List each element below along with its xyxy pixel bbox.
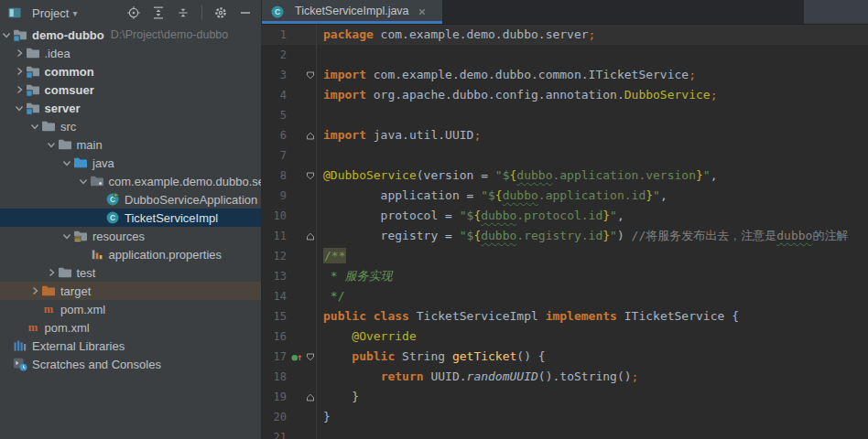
code-line-12[interactable]: 12/** [261, 246, 868, 266]
chevron-right-icon[interactable] [13, 83, 26, 96]
fold-down-icon[interactable] [304, 166, 316, 186]
code-line-10[interactable]: 10 protocol = "${dubbo.protocol.id}", [261, 206, 868, 226]
code-line-20[interactable]: 20} [261, 407, 868, 427]
tree-item-label: target [60, 284, 91, 298]
tree-row-comsuer[interactable]: comsuer [0, 80, 261, 99]
fold-down-icon[interactable] [304, 65, 316, 85]
tree-row-resources[interactable]: resources [0, 227, 261, 245]
code-line-6[interactable]: 6import java.util.UUID; [261, 125, 868, 145]
chevron-down-icon[interactable]: ▾ [72, 8, 77, 18]
tree-row-dubboserviceapplication[interactable]: CDubboServiceApplication [0, 190, 261, 209]
overrides-method-icon[interactable] [289, 347, 304, 367]
code-text[interactable]: application = "${dubbo.application.id}", [316, 186, 868, 206]
code-line-17[interactable]: 17 public String getTicket() { [261, 347, 868, 367]
code-line-7[interactable]: 7 [261, 145, 868, 166]
chevron-down-icon[interactable] [60, 230, 73, 242]
code-editor[interactable]: 1package com.example.demo.dubbo.server;2… [261, 25, 868, 439]
code-line-19[interactable]: 19 } [261, 387, 868, 407]
token: } [696, 168, 703, 182]
code-text[interactable]: /** [316, 246, 868, 266]
token: .registry.id [516, 229, 602, 242]
chevron-right-icon[interactable] [28, 284, 41, 297]
project-view-title[interactable]: Project [32, 6, 69, 20]
settings-icon[interactable] [212, 5, 229, 21]
chevron-down-icon[interactable] [77, 175, 90, 187]
editor-tab-ticketserviceimpl[interactable]: C TicketServiceImpl.java [262, 0, 442, 24]
fold-up-icon[interactable] [304, 226, 316, 246]
code-line-14[interactable]: 14 */ [261, 286, 868, 306]
fold-up-icon[interactable] [304, 125, 316, 145]
gutter-spacer [289, 246, 304, 266]
gutter-spacer [289, 166, 304, 186]
code-line-11[interactable]: 11 registry = "${dubbo.registry.id}") //… [261, 226, 868, 246]
chevron-down-icon[interactable] [28, 120, 41, 133]
code-text[interactable]: * 服务实现 [316, 266, 868, 286]
code-line-8[interactable]: 8@DubboService(version = "${dubbo.applic… [261, 166, 868, 186]
chevron-right-icon[interactable] [13, 65, 26, 78]
code-text[interactable] [316, 145, 868, 166]
tree-row-external-libraries[interactable]: External Libraries [0, 337, 261, 355]
tree-row-src[interactable]: src [0, 117, 261, 135]
token: com.example.demo.dubbo.common.ITicketSer… [366, 68, 689, 81]
tree-row-idea[interactable]: .idea [0, 44, 261, 62]
code-line-2[interactable]: 2 [261, 45, 868, 65]
tree-row-pom-xml[interactable]: mpom.xml [0, 300, 261, 318]
code-text[interactable]: } [316, 387, 868, 407]
code-text[interactable]: import java.util.UUID; [316, 125, 868, 145]
line-number: 21 [261, 427, 289, 439]
code-text[interactable]: import org.apache.dubbo.config.annotatio… [316, 85, 868, 105]
code-line-21[interactable]: 21 [261, 427, 868, 439]
locate-icon[interactable] [125, 5, 142, 21]
code-text[interactable]: registry = "${dubbo.registry.id}") //将服务… [316, 226, 868, 246]
code-text[interactable]: @Override [316, 327, 868, 347]
code-line-9[interactable]: 9 application = "${dubbo.application.id}… [261, 186, 868, 206]
code-text[interactable]: public class TicketServiceImpl implement… [316, 306, 868, 327]
code-text[interactable]: @DubboService(version = "${dubbo.applica… [316, 166, 868, 186]
code-text[interactable]: */ [316, 286, 868, 306]
chevron-down-icon[interactable] [60, 156, 73, 169]
code-text[interactable] [316, 427, 868, 439]
chevron-down-icon[interactable] [45, 138, 58, 151]
code-text[interactable]: package com.example.demo.dubbo.server; [316, 25, 868, 45]
code-text[interactable]: } [316, 407, 868, 427]
code-line-15[interactable]: 15public class TicketServiceImpl impleme… [261, 306, 868, 327]
hide-icon[interactable] [237, 5, 254, 21]
token: dubbo [503, 188, 538, 202]
code-line-3[interactable]: 3import com.example.demo.dubbo.common.IT… [261, 65, 868, 85]
close-icon[interactable] [415, 5, 429, 19]
code-line-4[interactable]: 4import org.apache.dubbo.config.annotati… [261, 85, 868, 105]
chevron-right-icon[interactable] [13, 47, 26, 59]
tree-row-application-properties[interactable]: application.properties [0, 245, 261, 263]
tree-row-pom-xml[interactable]: mpom.xml [0, 318, 261, 337]
code-text[interactable] [316, 45, 868, 65]
tree-row-com-example-demo-dubbo-se[interactable]: com.example.demo.dubbo.se [0, 172, 261, 190]
chevron-right-icon[interactable] [45, 266, 58, 279]
tree-row-common[interactable]: common [0, 62, 261, 80]
code-line-18[interactable]: 18 return UUID.randomUUID().toString(); [261, 367, 868, 387]
code-text[interactable]: protocol = "${dubbo.protocol.id}", [316, 206, 868, 226]
code-line-16[interactable]: 16 @Override [261, 327, 868, 347]
chevron-down-icon[interactable] [13, 102, 26, 114]
code-text[interactable]: import com.example.demo.dubbo.common.ITi… [316, 65, 868, 85]
tree-row-scratches-and-consoles[interactable]: Scratches and Consoles [0, 355, 261, 373]
token: ; [473, 128, 481, 142]
gutter-spacer [289, 65, 304, 85]
tree-row-test[interactable]: test [0, 263, 261, 282]
tree-row-java[interactable]: java [0, 154, 261, 172]
code-text[interactable]: return UUID.randomUUID().toString(); [316, 367, 868, 387]
fold-down-icon[interactable] [304, 347, 316, 367]
code-line-13[interactable]: 13 * 服务实现 [261, 266, 868, 286]
tree-row-main[interactable]: main [0, 135, 261, 154]
tree-row-ticketserviceimpl[interactable]: CTicketServiceImpl [0, 209, 261, 227]
code-line-1[interactable]: 1package com.example.demo.dubbo.server; [261, 25, 868, 45]
fold-up-icon[interactable] [304, 387, 316, 407]
code-text[interactable]: public String getTicket() { [316, 347, 868, 367]
code-text[interactable] [316, 105, 868, 125]
tree-row-server[interactable]: server [0, 99, 261, 117]
code-line-5[interactable]: 5 [261, 105, 868, 125]
chevron-down-icon[interactable] [0, 28, 13, 41]
expand-all-icon[interactable] [150, 5, 167, 21]
tree-row-demo-dubbo[interactable]: demo-dubboD:\Project\demo-dubbo [0, 26, 261, 44]
tree-row-target[interactable]: target [0, 282, 261, 300]
collapse-all-icon[interactable] [175, 5, 191, 21]
